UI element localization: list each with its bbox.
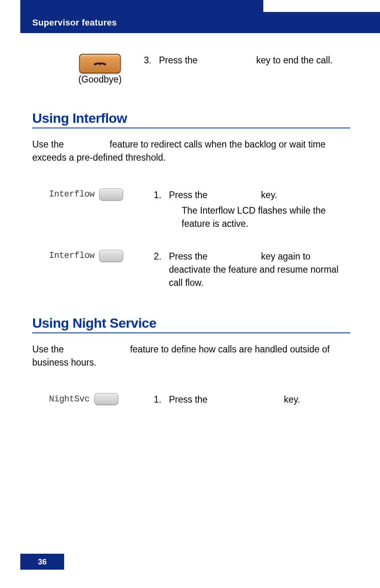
interflow-step1-note: The Interflow LCD flashes while the feat…: [169, 204, 350, 231]
interflow-step1-text: Press the key.: [169, 189, 350, 202]
header-title: Supervisor features: [32, 18, 117, 28]
night-intro: Use the feature to define how calls are …: [32, 343, 350, 370]
page-number-text: 36: [38, 557, 47, 566]
soft-key-icon: [94, 393, 118, 405]
interflow-step2-text: Press the key again to deactivate the fe…: [169, 250, 350, 290]
interflow-step2-num: 2.: [154, 250, 163, 290]
goodbye-key-column: (Goodbye): [32, 54, 144, 85]
night-key1-col: NightSvc: [32, 393, 154, 405]
content-area: (Goodbye) 3. Press the key to end the ca…: [32, 44, 350, 426]
interflow-lcd2: Interflow: [49, 251, 94, 261]
goodbye-caption: (Goodbye): [78, 74, 122, 85]
interflow-intro: Use the feature to redirect calls when t…: [32, 138, 350, 165]
night-step1-textcol: 1. Press the key.: [154, 393, 350, 406]
interflow-step2-textcol: 2. Press the key again to deactivate the…: [154, 250, 350, 290]
interflow-title: Using Interflow: [32, 110, 350, 126]
goodbye-step-text-col: 3. Press the key to end the call.: [144, 54, 350, 67]
page-number: 36: [20, 554, 64, 570]
interflow-step2-row: Interflow 2. Press the key again to deac…: [32, 250, 350, 290]
night-rule: [32, 332, 350, 333]
interflow-key2-col: Interflow: [32, 250, 154, 262]
hangup-icon: [92, 59, 108, 69]
interflow-step1-num: 1.: [154, 189, 163, 231]
interflow-step1-textcol: 1. Press the key. The Interflow LCD flas…: [154, 189, 350, 231]
night-step1-row: NightSvc 1. Press the key.: [32, 393, 350, 406]
header-tab: [20, 0, 263, 12]
page-container: Supervisor features (Goodbye) 3. Press t…: [0, 0, 380, 588]
goodbye-step-number: 3.: [144, 54, 153, 67]
night-title: Using Night Service: [32, 315, 350, 331]
interflow-step1-textblock: Press the key. The Interflow LCD flashes…: [169, 189, 350, 231]
interflow-rule: [32, 128, 350, 128]
page-header: Supervisor features: [20, 12, 380, 33]
night-step1-text: Press the key.: [169, 393, 350, 406]
night-step1-num: 1.: [154, 393, 163, 406]
soft-key-icon: [99, 250, 123, 262]
goodbye-step-text: Press the key to end the call.: [159, 54, 333, 67]
goodbye-step-row: (Goodbye) 3. Press the key to end the ca…: [32, 54, 350, 85]
interflow-step1-row: Interflow 1. Press the key. The Interflo…: [32, 189, 350, 231]
goodbye-key-icon: [79, 54, 121, 73]
interflow-key1-col: Interflow: [32, 189, 154, 201]
soft-key-icon: [99, 189, 123, 201]
night-lcd1: NightSvc: [49, 394, 90, 404]
interflow-lcd1: Interflow: [49, 189, 94, 199]
